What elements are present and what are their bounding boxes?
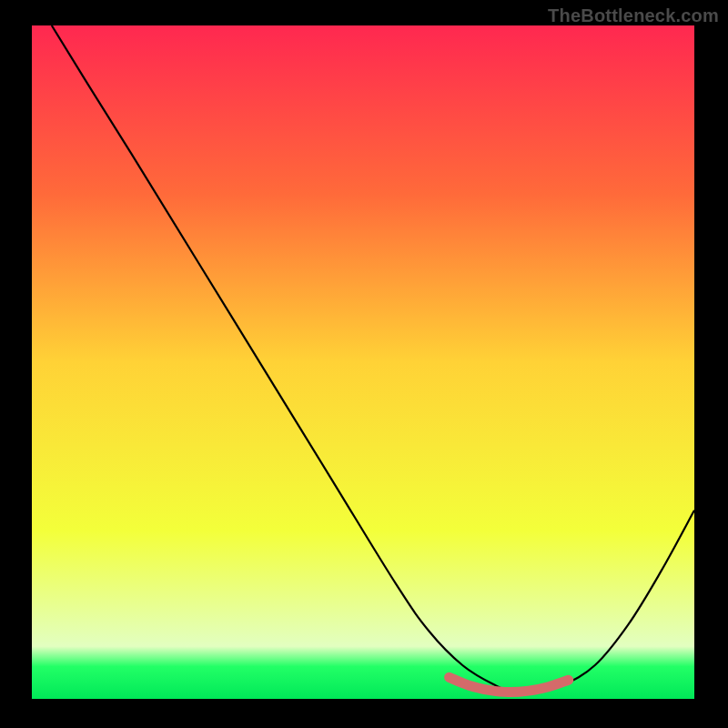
gradient-background (32, 25, 694, 699)
watermark-text: TheBottleneck.com (548, 5, 719, 26)
chart-frame: TheBottleneck.com (0, 0, 728, 728)
bottleneck-chart (32, 25, 694, 699)
